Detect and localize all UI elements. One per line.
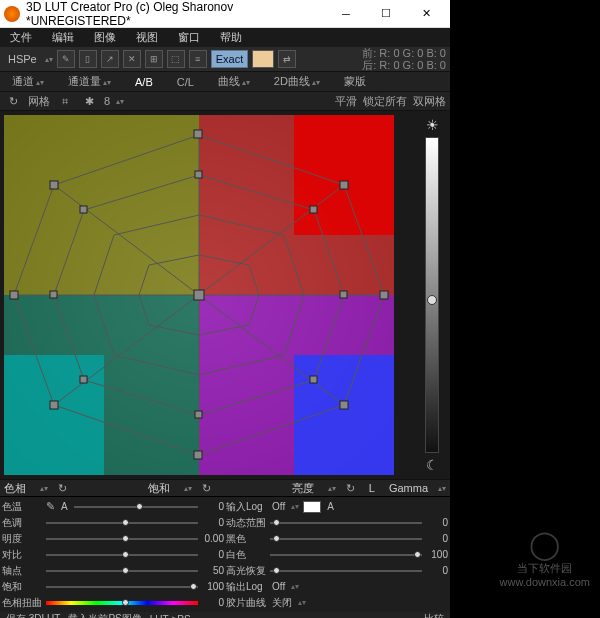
menu-file[interactable]: 文件 xyxy=(4,28,38,47)
svg-rect-27 xyxy=(310,206,317,213)
toolbar-top: HSPe ▴▾ ✎ ▯ ↗ ✕ ⊞ ⬚ ≡ Exact ⇄ 前: R: 0 G:… xyxy=(0,47,450,72)
svg-rect-33 xyxy=(80,206,87,213)
reset-icon[interactable]: ↻ xyxy=(4,92,22,110)
color-swatch[interactable] xyxy=(252,50,274,68)
svg-rect-7 xyxy=(294,355,394,475)
lockall-button[interactable]: 锁定所有 xyxy=(363,94,407,109)
dropdown-icon: ▴▾ xyxy=(40,484,48,493)
svg-rect-29 xyxy=(310,376,317,383)
tool-select-icon[interactable]: ▯ xyxy=(79,50,97,68)
svg-rect-32 xyxy=(50,291,57,298)
tab-cl[interactable]: C/L xyxy=(169,74,202,90)
outputlog-select[interactable]: Off xyxy=(270,581,287,592)
dropdown-icon: ▴▾ xyxy=(45,55,53,64)
tab-channels[interactable]: 通道▴▾ xyxy=(4,72,52,91)
inputlog-select[interactable]: Off xyxy=(270,501,287,512)
menu-view[interactable]: 视图 xyxy=(130,28,164,47)
dblgrid-button[interactable]: 双网格 xyxy=(413,94,446,109)
svg-rect-30 xyxy=(195,411,202,418)
black-slider[interactable] xyxy=(270,535,422,543)
svg-rect-19 xyxy=(340,181,348,189)
bottom-bar: 保存 3DLUT 载入当前PS图像 LUT->PS 比较 xyxy=(0,612,450,618)
menu-image[interactable]: 图像 xyxy=(88,28,122,47)
tool-eyedropper-icon[interactable]: ✎ xyxy=(57,50,75,68)
sun-icon: ☀ xyxy=(426,117,439,133)
white-swatch[interactable] xyxy=(303,501,321,513)
highlight-slider[interactable] xyxy=(270,567,422,575)
tab-channelqty[interactable]: 通道量▴▾ xyxy=(60,72,119,91)
window-title: 3D LUT Creator Pro (c) Oleg Sharonov *UN… xyxy=(26,0,326,28)
svg-rect-31 xyxy=(80,376,87,383)
colorspace-select[interactable]: HSPe xyxy=(4,51,41,67)
eyedropper-icon[interactable]: ✎ xyxy=(46,500,55,513)
hue-label: 色相 xyxy=(4,481,34,496)
saturation-slider[interactable] xyxy=(46,583,198,591)
load-ps-button[interactable]: 载入当前PS图像 xyxy=(68,612,141,618)
save-3dlut-button[interactable]: 保存 3DLUT xyxy=(6,612,60,618)
flat-button[interactable]: 平滑 xyxy=(335,94,357,109)
white-slider[interactable] xyxy=(270,551,422,559)
slider-label: 色温 xyxy=(2,500,42,514)
svg-rect-22 xyxy=(194,451,202,459)
menu-window[interactable]: 窗口 xyxy=(172,28,206,47)
menu-help[interactable]: 帮助 xyxy=(214,28,248,47)
rgb-readout: 前: R: 0 G: 0 B: 0 后: R: 0 G: 0 B: 0 xyxy=(362,47,446,71)
compare-button[interactable]: 比较 xyxy=(424,612,444,618)
menubar: 文件 编辑 图像 视图 窗口 帮助 xyxy=(0,28,450,47)
pivot-slider[interactable] xyxy=(46,567,198,575)
close-button[interactable]: ✕ xyxy=(406,0,446,28)
tab-ab[interactable]: A/B xyxy=(127,74,161,90)
color-spider-grid[interactable] xyxy=(4,115,394,475)
tint-slider[interactable] xyxy=(46,519,198,527)
tool-cube-icon[interactable]: ⬚ xyxy=(167,50,185,68)
exact-button[interactable]: Exact xyxy=(211,50,249,68)
slider-handle[interactable] xyxy=(427,295,437,305)
filmcurve-select[interactable]: 关闭 xyxy=(270,596,294,610)
tab-2dcurves[interactable]: 2D曲线▴▾ xyxy=(266,72,328,91)
light-label: 亮度 xyxy=(292,481,322,496)
grid-hex-icon[interactable]: ✱ xyxy=(80,92,98,110)
menu-edit[interactable]: 编辑 xyxy=(46,28,80,47)
dropdown-icon: ▴▾ xyxy=(328,484,336,493)
svg-rect-17 xyxy=(194,290,204,300)
grid-type-icon[interactable]: ⌗ xyxy=(56,92,74,110)
sat-reset-icon[interactable]: ↻ xyxy=(198,482,215,495)
dynrange-slider[interactable] xyxy=(270,519,422,527)
maximize-button[interactable]: ☐ xyxy=(366,0,406,28)
dropdown-icon: ▴▾ xyxy=(438,484,446,493)
a-badge: A xyxy=(59,501,70,512)
lut-to-ps-button[interactable]: LUT->PS xyxy=(150,614,191,618)
exposure-slider[interactable] xyxy=(46,535,198,543)
app-icon xyxy=(4,6,20,22)
grid-toolbar: ↻ 网格 ⌗ ✱ 8 ▴▾ 平滑 锁定所有 双网格 xyxy=(0,92,450,111)
tool-bars-icon[interactable]: ≡ xyxy=(189,50,207,68)
grid-size[interactable]: 8 xyxy=(104,95,110,107)
watermark: ◯ 当下软件园 www.downxia.com xyxy=(500,528,590,588)
svg-rect-26 xyxy=(195,171,202,178)
tool-swap-icon[interactable]: ⇄ xyxy=(278,50,296,68)
watermark-logo-icon: ◯ xyxy=(500,528,590,561)
brightness-slider[interactable]: ☀ ☾ xyxy=(420,117,444,473)
tab-curves[interactable]: 曲线▴▾ xyxy=(210,72,258,91)
huetwist-slider[interactable] xyxy=(46,599,198,607)
tool-arrow-icon[interactable]: ↗ xyxy=(101,50,119,68)
gamma-select[interactable]: Gamma xyxy=(385,480,432,496)
svg-rect-28 xyxy=(340,291,347,298)
tab-mask[interactable]: 蒙版 xyxy=(336,72,374,91)
lmode-select[interactable]: L xyxy=(365,480,379,496)
svg-rect-25 xyxy=(50,181,58,189)
temp-slider[interactable] xyxy=(74,503,198,511)
sat-label: 饱和 xyxy=(148,481,178,496)
moon-icon: ☾ xyxy=(426,457,439,473)
titlebar: 3D LUT Creator Pro (c) Oleg Sharonov *UN… xyxy=(0,0,450,28)
hue-reset-icon[interactable]: ↻ xyxy=(54,482,71,495)
svg-rect-18 xyxy=(194,130,202,138)
dropdown-icon: ▴▾ xyxy=(184,484,192,493)
light-reset-icon[interactable]: ↻ xyxy=(342,482,359,495)
left-sliders-col: 色温 ✎ A 0 色调0 明度0.00 对比0 轴点50 饱和100 色相扭曲0 xyxy=(2,499,224,610)
contrast-slider[interactable] xyxy=(46,551,198,559)
tool-grid-icon[interactable]: ⊞ xyxy=(145,50,163,68)
tool-cross-icon[interactable]: ✕ xyxy=(123,50,141,68)
tabs-row: 通道▴▾ 通道量▴▾ A/B C/L 曲线▴▾ 2D曲线▴▾ 蒙版 xyxy=(0,72,450,92)
minimize-button[interactable]: ─ xyxy=(326,0,366,28)
